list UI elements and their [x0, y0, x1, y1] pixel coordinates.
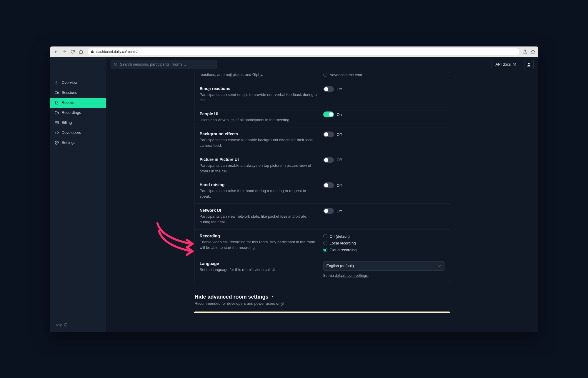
user-menu-button[interactable]	[524, 60, 534, 69]
sidebar-item-label: Recordings	[62, 110, 81, 115]
toggle-people-ui[interactable]	[323, 111, 334, 117]
toggle-state-label: Off	[337, 87, 342, 91]
radio-off-default-[interactable]: Off (default)	[323, 234, 444, 239]
radio-icon	[323, 248, 327, 252]
nav-home-button[interactable]	[78, 49, 84, 55]
toggle-state-label: Off	[337, 209, 342, 213]
svg-point-7	[528, 63, 529, 64]
language-hint: Set via default room settings.	[323, 274, 444, 278]
setting-title: Background effects	[200, 131, 317, 136]
api-docs-button[interactable]: API docs	[492, 60, 520, 69]
sidebar-item-rooms[interactable]: Rooms	[50, 98, 106, 108]
radio-icon	[323, 241, 327, 245]
settings-card: reactions, an emoji picker, and Giphy. A…	[194, 72, 450, 282]
radio-advanced-text-chat[interactable]: Advanced text chat	[323, 72, 444, 78]
setting-row-network-ui: Network UIParticipants can view network …	[194, 204, 450, 229]
setting-desc: Participants can enable an always on top…	[200, 163, 317, 174]
help-link[interactable]: Help	[50, 318, 106, 332]
language-select[interactable]: English (default)	[323, 261, 444, 271]
nav-back-button[interactable]	[53, 49, 59, 55]
annotation-arrows	[153, 220, 200, 260]
content-scroll[interactable]: reactions, an emoji picker, and Giphy. A…	[106, 72, 538, 332]
main-area: Search sessions, participants, rooms… AP…	[106, 57, 538, 332]
url-bar[interactable]: dashboard.daily.co/rooms/	[88, 48, 519, 55]
setting-desc: Enable video call recording for this roo…	[200, 239, 317, 251]
sidebar-item-developers[interactable]: Developers	[50, 128, 106, 138]
setting-title: Hand raising	[200, 182, 317, 187]
toggle-state-label: Off	[337, 183, 342, 188]
advanced-subtitle: Recommended for developers and power use…	[195, 301, 450, 306]
star-icon[interactable]	[531, 49, 535, 54]
cloud-icon	[55, 111, 59, 115]
sidebar-item-billing[interactable]: Billing	[50, 118, 106, 128]
setting-title: Network UI	[200, 208, 317, 213]
setting-row-picture-in-picture-ui: Picture in Picture UIParticipants can en…	[194, 153, 450, 179]
app-window: OverviewSessionsRoomsRecordingsBillingDe…	[50, 57, 538, 332]
setting-title: Language	[200, 261, 317, 266]
sidebar: OverviewSessionsRoomsRecordingsBillingDe…	[50, 57, 106, 332]
setting-desc: Participants can send emojis to provide …	[200, 92, 317, 103]
toggle-state-label: Off	[337, 158, 342, 162]
radio-local-recording[interactable]: Local recording	[323, 240, 444, 246]
toggle-network-ui[interactable]	[323, 208, 334, 214]
toggle-state-label: Off	[337, 132, 342, 137]
toggle-background-effects[interactable]	[323, 131, 334, 137]
url-text: dashboard.daily.co/rooms/	[96, 50, 138, 54]
toggle-hand-raising[interactable]	[323, 182, 334, 188]
warning-bar	[194, 312, 450, 313]
search-icon	[114, 62, 118, 66]
svg-rect-0	[55, 91, 57, 94]
svg-rect-3	[55, 121, 59, 124]
setting-title: Emoji reactions	[200, 86, 317, 91]
sidebar-item-recordings[interactable]: Recordings	[50, 108, 106, 118]
sidebar-item-label: Developers	[62, 130, 81, 135]
browser-frame: dashboard.daily.co/rooms/ OverviewSessio…	[50, 46, 538, 332]
video-icon	[55, 91, 59, 95]
setting-row-people-ui: People UIUsers can view a list of all pa…	[194, 107, 450, 127]
user-icon	[527, 62, 531, 67]
share-icon[interactable]	[523, 49, 528, 54]
setting-row-background-effects: Background effectsParticipants can choos…	[194, 127, 450, 153]
nav-forward-button[interactable]	[61, 49, 68, 55]
browser-toolbar: dashboard.daily.co/rooms/	[50, 46, 538, 57]
default-room-settings-link[interactable]: default room settings	[335, 274, 368, 278]
svg-point-2	[57, 102, 57, 103]
lock-icon	[91, 50, 94, 54]
hide-advanced-settings-button[interactable]: Hide advanced room settings	[195, 294, 450, 300]
advanced-toggle-section: Hide advanced room settings Recommended …	[194, 294, 450, 306]
setting-row-hand-raising: Hand raisingParticipants can raise their…	[194, 178, 450, 204]
nav-refresh-button[interactable]	[69, 49, 76, 55]
external-link-icon	[513, 63, 516, 66]
toggle-picture-in-picture-ui[interactable]	[323, 157, 334, 163]
search-input[interactable]: Search sessions, participants, rooms…	[111, 60, 216, 69]
svg-point-4	[56, 142, 57, 143]
radio-cloud-recording[interactable]: Cloud recording	[323, 247, 444, 253]
sidebar-item-label: Sessions	[62, 90, 77, 95]
sidebar-item-sessions[interactable]: Sessions	[50, 88, 106, 98]
sidebar-item-label: Billing	[62, 120, 72, 125]
toggle-emoji-reactions[interactable]	[323, 86, 334, 92]
setting-title: Recording	[200, 234, 317, 238]
bar-chart-icon	[55, 81, 59, 85]
radio-icon	[323, 73, 327, 77]
card-icon	[55, 121, 59, 125]
sidebar-item-overview[interactable]: Overview	[50, 78, 106, 88]
door-icon	[55, 101, 59, 105]
toggle-state-label: On	[337, 112, 342, 117]
topbar: Search sessions, participants, rooms… AP…	[106, 57, 538, 72]
setting-row-language: LanguageSet the language for this room's…	[194, 257, 450, 282]
help-icon	[64, 323, 67, 327]
chevron-down-icon	[438, 264, 441, 268]
sidebar-item-settings[interactable]: Settings	[50, 138, 106, 148]
gear-icon	[55, 141, 59, 145]
setting-desc-fragment: reactions, an emoji picker, and Giphy.	[200, 72, 317, 78]
setting-row-emoji-reactions: Emoji reactionsParticipants can send emo…	[194, 82, 450, 108]
setting-desc: Set the language for this room's video c…	[200, 267, 317, 273]
setting-title: People UI	[200, 111, 317, 116]
chevron-up-icon	[271, 295, 274, 299]
sidebar-item-label: Overview	[62, 80, 78, 85]
setting-desc: Participants can choose to enable backgr…	[200, 137, 317, 149]
radio-icon	[323, 234, 327, 238]
sidebar-item-label: Settings	[62, 140, 76, 145]
setting-desc: Users can view a list of all participant…	[200, 117, 317, 123]
